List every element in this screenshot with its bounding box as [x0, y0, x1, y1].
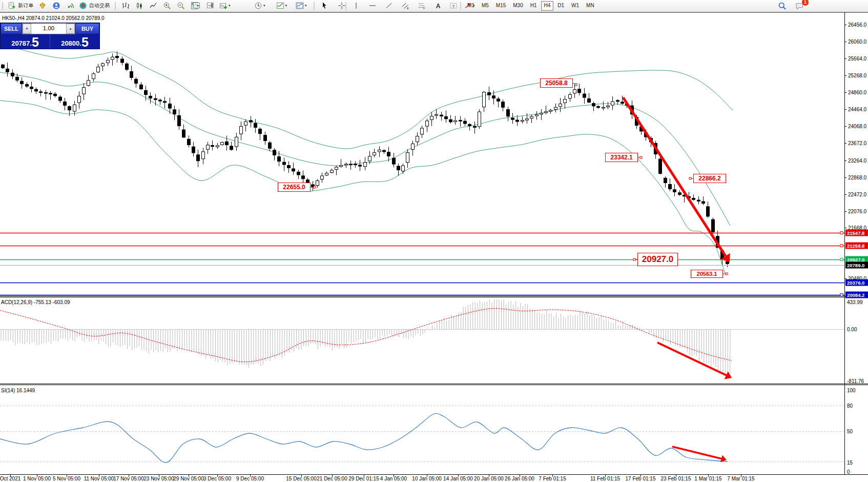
macd-signal-line [0, 308, 732, 362]
horizontal-line-button[interactable] [366, 0, 379, 11]
sell-button[interactable]: SELL [1, 23, 22, 34]
timeframe-toolbar: M1M5M15M30H1H4D1W1MN [459, 0, 598, 11]
price-axis-tag: 20789.0 [845, 262, 868, 269]
time-axis-label: 15 Dec 05:00 [286, 476, 317, 481]
bid-price-main: 20787. [11, 39, 32, 47]
trendline-button[interactable] [382, 0, 395, 11]
autotrade-icon [79, 2, 87, 10]
price-annotation[interactable]: 22866.2 [693, 174, 726, 183]
periods-button[interactable]: ▾ [253, 0, 267, 11]
time-axis-label: 1 Nov 05:00 [23, 476, 51, 481]
search-button[interactable] [776, 0, 789, 11]
price-annotation[interactable]: 25058.8 [540, 78, 573, 88]
new-chart-button[interactable]: ▾ [218, 0, 232, 11]
annotation-anchor[interactable] [640, 156, 642, 158]
timeframe-button-H1[interactable]: H1 [527, 1, 540, 11]
text-label-button[interactable]: T [447, 0, 460, 11]
toolbar-grip[interactable] [344, 2, 347, 10]
chart-shift-button[interactable] [204, 0, 217, 11]
timeframe-button-M1[interactable]: M1 [464, 1, 478, 11]
autotrade-button[interactable]: 自动交易 [77, 0, 111, 11]
volume-increase-button[interactable]: ▲ [66, 24, 75, 34]
one-click-trading-panel: SELL ▼ 1.00 ▲ BUY 20787.5 20800.5 [0, 23, 100, 49]
toolbar-grip[interactable] [1, 2, 4, 10]
toolbar-grip[interactable] [114, 2, 116, 10]
chart-canvas[interactable] [0, 0, 868, 482]
annotation-anchor[interactable] [633, 258, 635, 260]
annotation-anchor[interactable] [726, 273, 728, 275]
auto-scroll-button[interactable] [190, 0, 203, 11]
price-tick-label: 23672.0 [848, 140, 866, 146]
indicators-button[interactable]: ▾ [275, 0, 289, 11]
macd-scale-label: 433.99 [847, 299, 863, 305]
volume-decrease-button[interactable]: ▼ [23, 24, 31, 34]
macd-label: ACD(12,26,9) -755.13 -603.09 [1, 299, 70, 305]
zoom-out-button[interactable] [174, 0, 187, 11]
price-tick-label: 22868.0 [848, 175, 866, 180]
community-icon [52, 2, 60, 10]
fibonacci-button[interactable]: F [415, 0, 428, 11]
timeframe-button-H4[interactable]: H4 [541, 1, 554, 11]
price-axis-tag: 20376.0 [845, 279, 868, 286]
community-button[interactable] [50, 0, 63, 11]
bar-chart-button[interactable] [119, 0, 132, 11]
price-annotation[interactable]: 22655.0 [278, 183, 311, 192]
chevron-down-icon: ▾ [285, 4, 287, 8]
new-order-button[interactable]: 新订单 [6, 0, 35, 11]
chevron-down-icon: ▾ [263, 4, 265, 8]
templates-button[interactable]: ▾ [294, 0, 308, 11]
bid-price: 20787.5 [1, 34, 50, 49]
time-axis-label: 29 Nov 05:00 [173, 476, 204, 481]
chevron-down-icon: ▾ [229, 4, 231, 8]
time-axis-label: 23 Nov 05:00 [143, 476, 174, 481]
time-axis-label: 5 Nov 05:00 [53, 476, 80, 481]
annotation-anchor[interactable] [575, 84, 577, 86]
market-button[interactable] [36, 0, 49, 11]
timeframe-button-MN[interactable]: MN [583, 1, 597, 11]
annotation-anchor[interactable] [689, 177, 691, 179]
toolbar-grip[interactable] [313, 2, 315, 10]
svg-text:F: F [423, 7, 425, 10]
ask-price: 20800.5 [50, 34, 99, 49]
toolbar: 新订单 自动交易 ▾ ▾ ▾ ▾ [0, 0, 868, 12]
hline-handle[interactable] [840, 258, 843, 261]
price-annotation[interactable]: 20927.0 [637, 253, 678, 266]
timeframe-button-M5[interactable]: M5 [479, 1, 492, 11]
cursor-button[interactable] [318, 0, 330, 11]
macd-histogram [1, 299, 730, 377]
notifications-button[interactable]: 1 [793, 0, 806, 11]
vertical-line-button[interactable] [349, 0, 362, 11]
equidistant-channel-button[interactable]: E [399, 0, 411, 11]
time-axis-label: Oct 2021 [0, 476, 20, 481]
trend-arrow[interactable] [672, 447, 727, 463]
candlestick-chart-button[interactable] [133, 0, 146, 11]
price-annotation[interactable]: 23342.1 [605, 153, 638, 162]
time-axis-label: 9 Dec 05:00 [236, 476, 264, 481]
buy-button[interactable]: BUY [75, 23, 99, 34]
price-annotation[interactable]: 20563.1 [691, 270, 723, 278]
rsi-scale-label: 50 [847, 429, 853, 434]
time-axis-label: 1 Mar 01:15 [694, 476, 721, 481]
annotation-anchor[interactable] [314, 186, 316, 188]
zoom-in-button[interactable] [160, 0, 173, 11]
timeframe-button-W1[interactable]: W1 [568, 1, 582, 11]
price-tick-label: 25664.0 [848, 56, 866, 62]
timeframe-button-M30[interactable]: M30 [510, 1, 526, 11]
text-button[interactable]: A [431, 0, 444, 11]
timeframe-button-D1[interactable]: D1 [554, 1, 567, 11]
line-chart-button[interactable] [147, 0, 159, 11]
timeframe-button-M15[interactable]: M15 [493, 1, 509, 11]
time-axis-label: 14 Jan 05:00 [443, 476, 473, 481]
time-axis-label: 23 Feb 01:15 [661, 476, 691, 481]
toolbar-group-cursor [313, 0, 348, 11]
macd-scale-label: -811.76 [847, 378, 864, 384]
volume-input[interactable]: 1.00 [31, 24, 66, 34]
hline-handle[interactable] [840, 245, 843, 247]
signals-button[interactable] [64, 0, 76, 11]
svg-text:A: A [436, 3, 440, 10]
price-tick-label: 26456.0 [848, 22, 866, 28]
time-axis-label: 17 Feb 01:15 [626, 476, 656, 481]
toolbar-grip[interactable] [459, 2, 462, 10]
hline-handle[interactable] [840, 294, 843, 296]
hline-handle[interactable] [840, 232, 843, 234]
